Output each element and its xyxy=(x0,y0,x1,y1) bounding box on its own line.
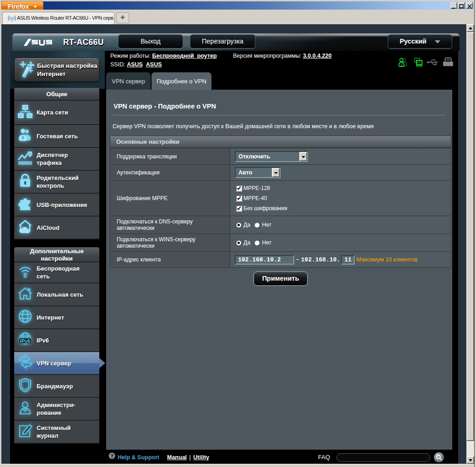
svg-text:?: ? xyxy=(110,453,114,459)
svg-text:IPv6: IPv6 xyxy=(20,338,31,344)
